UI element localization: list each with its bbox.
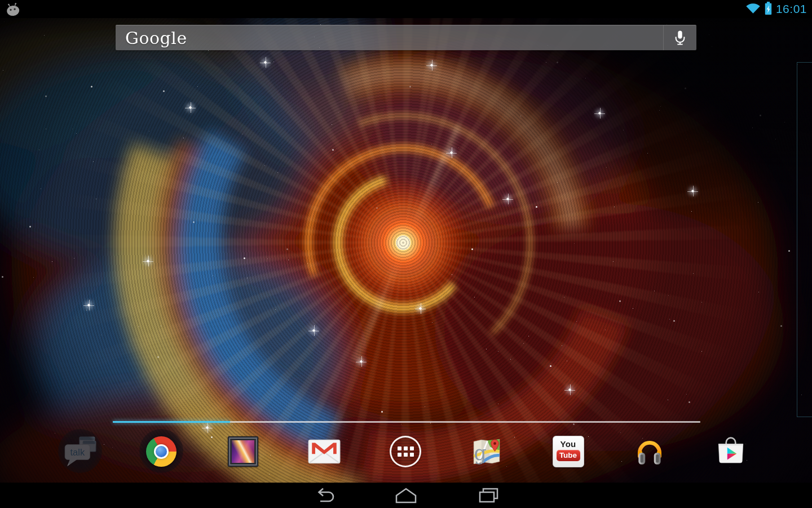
adjacent-page-outline xyxy=(797,62,812,417)
gallery-icon xyxy=(228,436,258,467)
recents-icon xyxy=(476,487,500,504)
all-apps-icon xyxy=(390,436,421,467)
dock-app-play-music[interactable] xyxy=(627,432,672,471)
youtube-icon: You Tube xyxy=(553,436,584,467)
wifi-icon xyxy=(745,2,761,17)
back-button[interactable] xyxy=(300,483,350,508)
dock-app-all-apps[interactable] xyxy=(383,432,428,471)
home-page-scroll-indicator xyxy=(113,421,700,423)
home-button[interactable] xyxy=(381,483,431,508)
dock: talk g xyxy=(58,432,753,471)
youtube-you-text: You xyxy=(553,440,584,448)
back-icon xyxy=(313,487,337,504)
dock-app-gallery[interactable] xyxy=(220,432,266,471)
youtube-tube-text: Tube xyxy=(557,450,580,461)
galaxy-wallpaper xyxy=(0,0,812,508)
google-logo: Google xyxy=(116,28,187,48)
android-home-screen: { "status_bar": { "time": "16:01", "acce… xyxy=(0,0,812,508)
status-time: 16:01 xyxy=(776,2,809,16)
home-icon xyxy=(394,487,418,504)
dock-app-maps[interactable]: g xyxy=(464,432,509,471)
chrome-icon xyxy=(146,436,176,467)
maps-icon: g xyxy=(471,436,502,467)
current-page-segment xyxy=(113,421,230,423)
dock-app-talk[interactable]: talk xyxy=(58,432,103,471)
microphone-icon xyxy=(673,29,687,46)
gmail-icon xyxy=(308,439,341,464)
dock-app-gmail[interactable] xyxy=(302,432,347,471)
android-notification-icon[interactable] xyxy=(5,2,21,19)
dock-app-youtube[interactable]: You Tube xyxy=(546,432,591,471)
dock-app-play-store[interactable] xyxy=(708,432,753,471)
play-store-icon xyxy=(714,435,747,468)
voice-search-button[interactable] xyxy=(663,25,696,50)
battery-charging-icon xyxy=(764,1,773,18)
gallery-photo-thumbnail xyxy=(232,440,254,463)
recents-button[interactable] xyxy=(464,483,513,508)
navigation-bar xyxy=(0,483,812,508)
dock-app-chrome[interactable] xyxy=(139,432,184,471)
galaxy-nebula-art xyxy=(0,0,812,508)
google-search-bar[interactable]: Google xyxy=(116,25,696,50)
status-bar: 16:01 xyxy=(0,0,812,18)
icon-halo xyxy=(58,429,102,473)
play-music-icon xyxy=(633,435,666,468)
svg-text:g: g xyxy=(474,441,487,465)
